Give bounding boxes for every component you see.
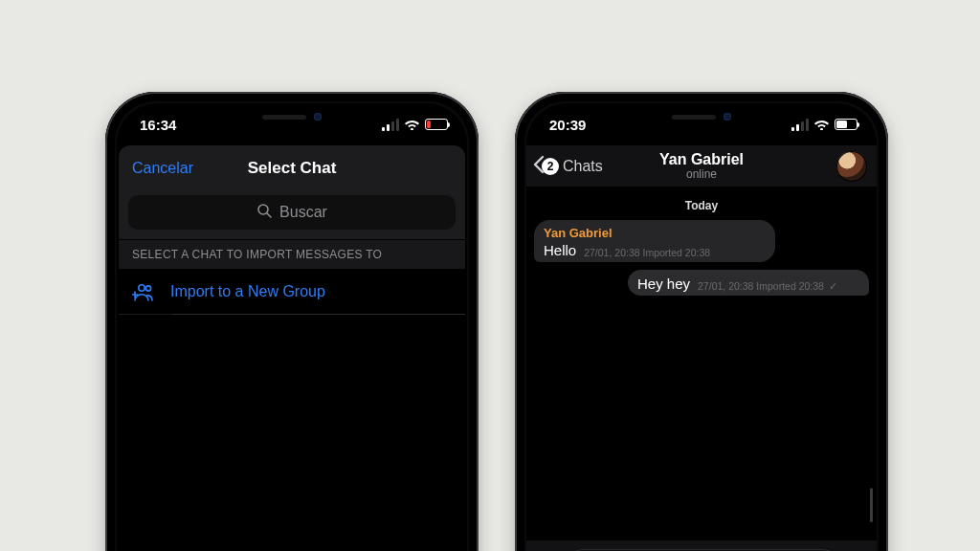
cancel-button[interactable]: Cancelar (132, 145, 193, 191)
message-bubble-incoming[interactable]: Yan Gabriel Hello 27/01, 20:38 Imported … (534, 220, 775, 262)
scrollbar[interactable] (870, 488, 873, 522)
message-input-bar: Message (526, 540, 877, 551)
svg-point-2 (139, 285, 145, 291)
cellular-signal-icon (791, 119, 809, 131)
avatar[interactable] (836, 151, 867, 182)
front-camera (724, 113, 731, 121)
notch (211, 103, 373, 130)
modal-title: Select Chat (248, 159, 337, 178)
search-placeholder: Buscar (279, 204, 327, 221)
notch (620, 103, 783, 130)
new-group-icon (132, 281, 157, 302)
wifi-icon (404, 119, 420, 130)
svg-point-3 (145, 286, 150, 291)
import-new-group-label: Import to a New Group (170, 283, 325, 300)
message-sender: Yan Gabriel (544, 226, 766, 240)
battery-low-icon (425, 119, 448, 130)
section-header: SELECT A CHAT TO IMPORT MESSAGES TO (119, 239, 465, 270)
screen-left: 16:34 Cancelar Select Chat (117, 103, 467, 551)
check-icon: ✓ (826, 280, 837, 292)
status-time: 20:39 (549, 117, 586, 133)
speaker-grille (262, 115, 306, 120)
message-meta: 27/01, 20:38 Imported 20:38 (584, 247, 710, 258)
phone-right: 20:39 2 Chats Yan (515, 92, 888, 551)
battery-icon (835, 119, 858, 130)
chat-body[interactable]: Today Yan Gabriel Hello 27/01, 20:38 Imp… (526, 187, 877, 296)
phone-left: 16:34 Cancelar Select Chat (105, 92, 479, 551)
chat-title-block[interactable]: Yan Gabriel online (659, 151, 744, 181)
row-divider (172, 314, 465, 315)
svg-line-1 (267, 213, 271, 217)
stage: 16:34 Cancelar Select Chat (0, 0, 980, 551)
day-separator: Today (534, 199, 869, 212)
search-input[interactable]: Buscar (128, 195, 456, 230)
cellular-signal-icon (382, 119, 399, 131)
speaker-grille (672, 115, 716, 120)
message-meta: 27/01, 20:38 Imported 20:38 ✓ (698, 280, 837, 292)
message-text: Hey hey (637, 276, 690, 292)
contact-name: Yan Gabriel (659, 151, 744, 168)
screen-right: 20:39 2 Chats Yan (526, 103, 877, 551)
back-label: Chats (563, 158, 603, 175)
status-time: 16:34 (140, 117, 176, 133)
import-new-group-row[interactable]: Import to a New Group (119, 270, 465, 314)
modal-header: Cancelar Select Chat (119, 145, 465, 191)
chat-header: 2 Chats Yan Gabriel online (526, 145, 877, 187)
select-chat-modal: Cancelar Select Chat Buscar SELECT A CHA… (119, 145, 465, 315)
search-icon (256, 203, 272, 222)
contact-status: online (659, 168, 744, 181)
unread-badge: 2 (542, 158, 559, 175)
wifi-icon (813, 119, 830, 130)
front-camera (314, 113, 322, 121)
back-button[interactable]: 2 Chats (532, 145, 603, 187)
message-text: Hello (544, 242, 576, 258)
message-bubble-outgoing[interactable]: Hey hey 27/01, 20:38 Imported 20:38 ✓ (628, 270, 869, 296)
